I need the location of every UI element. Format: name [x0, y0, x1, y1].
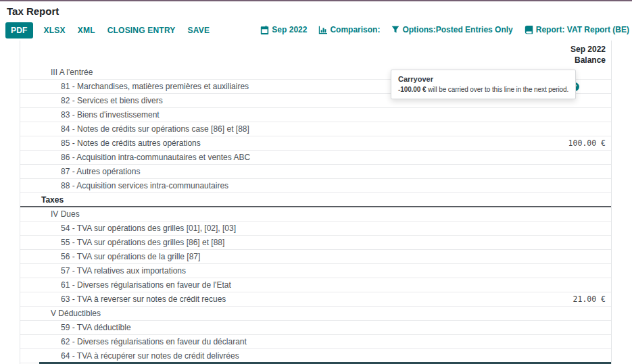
- table-row[interactable]: 59 - TVA déductible: [20, 321, 611, 335]
- table-row[interactable]: 86 - Acquisition intra-communautaires et…: [20, 151, 611, 165]
- options-filter-label: Options:Posted Entries Only: [402, 25, 512, 34]
- page-title: Tax Report: [7, 5, 59, 17]
- window-top-border: [0, 0, 632, 1]
- row-label[interactable]: IV Dues: [20, 209, 606, 219]
- period-filter[interactable]: Sep 2022: [260, 25, 307, 34]
- row-label[interactable]: 64 - TVA à récupérer sur notes de crédit…: [20, 351, 606, 361]
- column-header-balance: Balance: [20, 55, 606, 66]
- tooltip-title: Carryover: [398, 75, 568, 83]
- column-header: Sep 2022 Balance: [20, 41, 611, 66]
- table-row[interactable]: V Déductibles: [20, 307, 611, 321]
- pdf-button[interactable]: PDF: [5, 22, 33, 38]
- row-label[interactable]: 86 - Acquisition intra-communautaires et…: [20, 153, 606, 162]
- bar-chart-icon: [318, 26, 327, 34]
- table-row[interactable]: 62 - Diverses régularisations en faveur …: [20, 335, 611, 349]
- table-row[interactable]: 63 - TVA à reverser sur notes de crédit …: [20, 292, 611, 307]
- table-row[interactable]: 88 - Acquisition services intra-communau…: [20, 179, 611, 193]
- row-balance-cell: 21.00 €: [573, 294, 611, 304]
- table-row[interactable]: 55 - TVA sur opérations des grilles [86]…: [20, 236, 611, 250]
- table-row[interactable]: 54 - TVA sur opérations des grilles [01]…: [20, 222, 611, 236]
- carryover-tooltip: Carryover -100.00 € will be carried over…: [391, 70, 576, 99]
- report-filter[interactable]: Report: VAT Report (BE): [525, 25, 629, 34]
- row-label[interactable]: Taxes: [20, 195, 606, 205]
- row-label[interactable]: 55 - TVA sur opérations des grilles [86]…: [20, 238, 606, 247]
- column-header-period: Sep 2022: [20, 44, 606, 55]
- row-label[interactable]: 56 - TVA sur opérations de la grille [87…: [20, 252, 606, 261]
- row-balance-value[interactable]: 21.00 €: [573, 294, 606, 304]
- row-label[interactable]: 61 - Diverses régularisations en faveur …: [20, 280, 606, 290]
- table-row[interactable]: 64 - TVA à récupérer sur notes de crédit…: [20, 349, 611, 363]
- row-balance-value[interactable]: 100.00 €: [568, 138, 606, 148]
- tax-report-page: Tax Report PDF XLSX XML CLOSING ENTRY SA…: [0, 0, 632, 364]
- row-label[interactable]: 88 - Acquisition services intra-communau…: [20, 181, 606, 190]
- row-label[interactable]: 59 - TVA déductible: [20, 323, 606, 332]
- comparison-filter[interactable]: Comparison:: [318, 25, 380, 34]
- row-label[interactable]: 62 - Diverses régularisations en faveur …: [20, 337, 606, 346]
- row-label[interactable]: V Déductibles: [20, 309, 606, 318]
- tooltip-text: -100.00 € will be carried over to this l…: [398, 86, 568, 93]
- comparison-filter-label: Comparison:: [330, 25, 380, 34]
- book-icon: [525, 26, 533, 34]
- filter-toolbar: Sep 2022 Comparison: Options:Posted Entr…: [260, 25, 629, 34]
- options-filter[interactable]: Options:Posted Entries Only: [391, 25, 512, 34]
- row-balance-cell: 100.00 €: [568, 138, 611, 148]
- table-row[interactable]: 87 - Autres opérations: [20, 165, 611, 179]
- period-filter-label: Sep 2022: [272, 25, 307, 34]
- table-row[interactable]: 56 - TVA sur opérations de la grille [87…: [20, 250, 611, 264]
- filter-icon: [391, 26, 399, 34]
- report-filter-label: Report: VAT Report (BE): [536, 25, 629, 34]
- table-row[interactable]: 84 - Notes de crédits sur opérations cas…: [20, 122, 611, 136]
- table-row[interactable]: 57 - TVA relatives aux importations: [20, 264, 611, 278]
- table-row[interactable]: 61 - Diverses régularisations en faveur …: [20, 278, 611, 292]
- xml-button[interactable]: XML: [76, 22, 97, 38]
- table-row[interactable]: 85 - Notes de crédits autres opérations …: [20, 136, 611, 151]
- row-label[interactable]: 83 - Biens d'investissement: [20, 110, 606, 120]
- closing-entry-button[interactable]: CLOSING ENTRY: [106, 22, 177, 38]
- row-label[interactable]: 54 - TVA sur opérations des grilles [01]…: [20, 224, 606, 233]
- row-label[interactable]: 57 - TVA relatives aux importations: [20, 266, 606, 276]
- table-row[interactable]: Taxes: [20, 193, 611, 207]
- row-label[interactable]: 84 - Notes de crédits sur opérations cas…: [20, 124, 606, 134]
- row-label[interactable]: 63 - TVA à reverser sur notes de crédit …: [20, 294, 573, 304]
- row-balance-cell: ?: [570, 82, 611, 91]
- tooltip-amount: -100.00 €: [398, 86, 426, 93]
- calendar-icon: [260, 26, 269, 34]
- table-row[interactable]: 83 - Biens d'investissement: [20, 108, 611, 122]
- xlsx-button[interactable]: XLSX: [43, 22, 67, 38]
- table-row[interactable]: IV Dues: [20, 207, 611, 222]
- save-button[interactable]: SAVE: [187, 22, 212, 38]
- report-rows: III A l'entrée 81 - Marchandises, matièr…: [20, 66, 611, 363]
- action-buttons: PDF XLSX XML CLOSING ENTRY SAVE: [5, 22, 211, 38]
- row-label[interactable]: 85 - Notes de crédits autres opérations: [20, 138, 568, 148]
- row-label[interactable]: 87 - Autres opérations: [20, 167, 606, 176]
